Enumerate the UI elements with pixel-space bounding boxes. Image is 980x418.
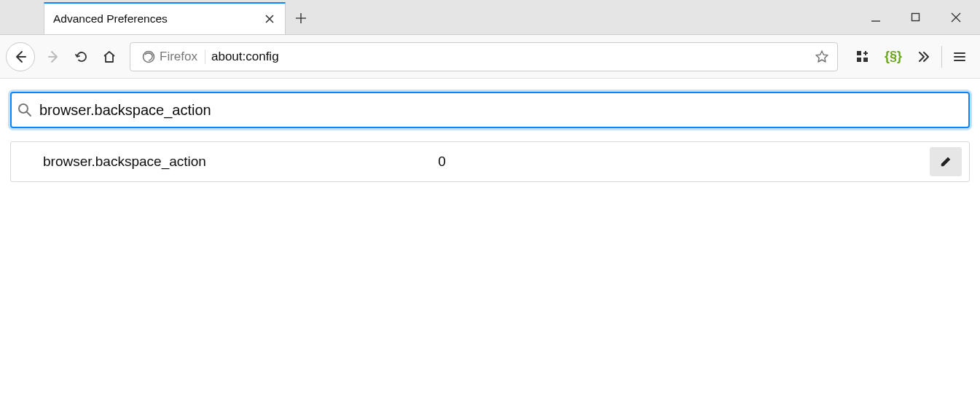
window-controls	[855, 0, 980, 34]
config-search-input[interactable]	[39, 102, 963, 119]
svg-point-5	[19, 104, 28, 113]
forward-arrow-icon	[47, 50, 60, 63]
reload-icon	[75, 50, 88, 63]
toolbar-separator	[941, 46, 942, 68]
close-icon	[951, 12, 961, 23]
script-extension-icon: {§}	[885, 49, 902, 64]
maximize-icon	[911, 12, 920, 22]
minimize-button[interactable]	[855, 3, 895, 32]
tiles-plus-icon	[856, 50, 869, 63]
minimize-icon	[871, 12, 881, 23]
url-identity-box[interactable]: Firefox	[135, 50, 205, 64]
svg-rect-4	[863, 58, 868, 62]
reload-button[interactable]	[68, 44, 95, 70]
url-bar[interactable]: Firefox about:config	[130, 42, 838, 71]
titlebar: Advanced Preferences	[0, 0, 980, 35]
close-icon	[264, 14, 275, 24]
config-search-box[interactable]	[10, 92, 970, 128]
extension-greasemonkey-button[interactable]: {§}	[879, 44, 908, 70]
home-icon	[102, 50, 117, 64]
tabs-strip: Advanced Preferences	[0, 0, 855, 34]
close-window-button[interactable]	[936, 3, 976, 32]
chevron-double-right-icon	[917, 50, 930, 63]
pref-row[interactable]: browser.backspace_action 0	[10, 141, 970, 182]
firefox-brand-icon	[142, 50, 155, 63]
identity-label: Firefox	[160, 50, 197, 64]
toolbar-right: {§}	[848, 44, 974, 70]
app-menu-button[interactable]	[945, 44, 974, 70]
back-arrow-icon	[13, 50, 28, 64]
aboutconfig-content: browser.backspace_action 0	[0, 79, 980, 195]
tab-advanced-preferences[interactable]: Advanced Preferences	[44, 2, 286, 34]
nav-toolbar: Firefox about:config {§}	[0, 35, 980, 79]
overflow-button[interactable]	[909, 44, 938, 70]
maximize-button[interactable]	[895, 3, 936, 32]
search-icon	[17, 103, 32, 117]
tab-title: Advanced Preferences	[53, 12, 263, 25]
svg-rect-2	[857, 51, 861, 55]
pencil-icon	[939, 155, 952, 168]
bookmark-star-button[interactable]	[811, 44, 833, 70]
pref-value: 0	[438, 154, 930, 170]
pref-name: browser.backspace_action	[43, 154, 438, 170]
extension-tiles-button[interactable]	[848, 44, 877, 70]
url-text: about:config	[211, 50, 811, 64]
forward-button[interactable]	[41, 44, 67, 70]
hamburger-icon	[953, 50, 966, 63]
home-button[interactable]	[96, 44, 122, 70]
star-icon	[815, 50, 829, 64]
plus-icon	[295, 12, 307, 24]
svg-rect-3	[857, 58, 861, 62]
close-tab-button[interactable]	[263, 12, 276, 25]
back-button[interactable]	[6, 42, 35, 71]
pref-edit-button[interactable]	[930, 147, 962, 176]
svg-rect-0	[912, 14, 920, 21]
new-tab-button[interactable]	[286, 2, 316, 34]
